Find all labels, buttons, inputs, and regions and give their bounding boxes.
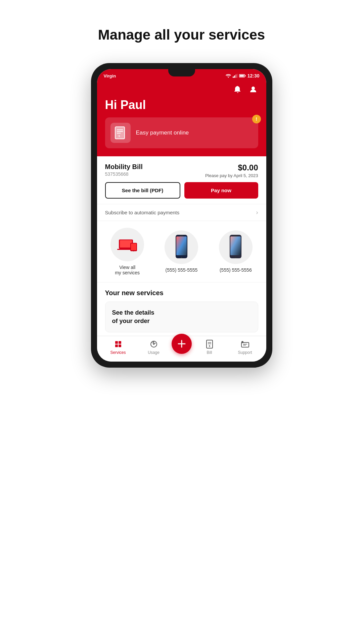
service-item-all[interactable]: View allmy services [110,228,144,275]
bill-title: Mobility Bill [105,163,143,171]
bill-buttons: See the bill (PDF) Pay now [105,182,258,199]
wifi-icon [226,74,231,78]
content-section: Mobility Bill 537535668 $0.00 Please pay… [97,156,266,336]
nav-usage-icon [149,339,158,349]
nav-bill[interactable]: $ Bill [192,339,227,355]
service-phone1-circle [165,230,198,264]
nav-usage[interactable]: Usage [136,339,172,355]
payment-banner-text: Easy payment online [136,129,189,136]
nav-services-label: Services [110,350,126,355]
nav-support-icon [240,339,250,349]
svg-rect-24 [180,235,183,236]
devices-icon [116,234,139,255]
notification-button[interactable] [233,85,243,95]
service-all-circle [110,228,144,261]
svg-rect-4 [237,74,237,78]
bill-section: Mobility Bill 537535668 $0.00 Please pay… [97,156,266,204]
nav-bill-icon: $ [205,339,214,349]
time-label: 12:30 [247,73,260,78]
nav-services-icon [114,339,123,349]
svg-point-20 [133,251,134,252]
svg-point-8 [252,87,255,90]
service-item-phone1[interactable]: (555) 555-5555 [165,230,198,273]
svg-rect-43 [241,342,249,347]
page-title: Manage all your services [98,27,265,43]
bill-info-row: Mobility Bill 537535668 $0.00 Please pay… [105,163,258,178]
svg-rect-16 [120,240,132,248]
svg-point-0 [228,77,229,78]
nav-bill-label: Bill [207,350,212,355]
service-phone2-label: (555) 555-5556 [220,267,252,273]
svg-rect-32 [115,344,118,347]
nav-services[interactable]: Services [100,339,136,355]
usage-nav-icon [150,340,158,348]
phone1-icon [172,233,191,262]
auto-payment-text: Subscribe to automatic payments [105,210,180,215]
service-phone2-circle [219,230,253,264]
order-card-title: See the detailsof your order [112,309,251,325]
bill-nav-icon: $ [206,340,213,348]
svg-rect-31 [115,341,118,344]
signal-icon [233,74,237,78]
notch [168,69,195,76]
svg-text:$: $ [118,135,120,138]
bill-number: 537535668 [105,171,143,177]
svg-rect-1 [233,76,234,78]
nav-usage-label: Usage [148,350,160,355]
svg-rect-29 [234,235,237,236]
profile-button[interactable] [248,85,258,95]
pay-now-button[interactable]: Pay now [184,182,258,199]
new-services-section: Your new services See the detailsof your… [97,282,266,336]
chevron-right-icon: › [256,209,258,216]
services-nav-icon [114,340,122,348]
see-bill-button[interactable]: See the bill (PDF) [105,182,180,199]
svg-text:$: $ [209,344,210,347]
service-phone1-label: (555) 555-5555 [166,267,198,273]
phone-mockup: Virgin [91,63,272,368]
nav-support[interactable]: Support [227,339,263,355]
payment-document-icon: $ [113,125,128,140]
battery-icon [239,74,246,78]
bell-icon [234,86,241,94]
svg-rect-47 [241,341,243,343]
support-nav-icon [241,340,249,348]
greeting-text: Hi Paul [105,98,258,112]
bottom-nav: Services Usage [97,336,266,362]
svg-rect-6 [245,75,245,76]
auto-payment-row[interactable]: Subscribe to automatic payments › [97,204,266,221]
svg-rect-28 [230,236,241,255]
carrier-label: Virgin [104,73,116,78]
header-section: Hi Paul $ Easy payment online ! [97,81,266,156]
payment-icon-wrap: $ [110,123,131,143]
svg-point-25 [181,257,182,258]
phone-screen: Virgin [97,69,266,362]
svg-rect-3 [235,74,236,78]
payment-badge: ! [252,115,261,123]
nav-add-button[interactable] [172,334,192,354]
phone2-icon [226,233,245,262]
header-icons [105,85,258,95]
services-section: View allmy services [97,221,266,282]
svg-rect-2 [234,75,235,78]
nav-support-label: Support [238,350,252,355]
profile-icon [249,86,257,94]
service-item-phone2[interactable]: (555) 555-5556 [219,230,253,273]
bill-amount: $0.00 [205,163,258,172]
add-icon [177,339,186,348]
bill-amount-right: $0.00 Please pay by April 5, 2023 [205,163,258,178]
svg-rect-7 [239,75,244,77]
payment-banner[interactable]: $ Easy payment online ! [105,117,258,148]
svg-rect-23 [176,236,187,255]
svg-rect-19 [131,244,136,250]
status-icons: 12:30 [226,73,260,78]
service-all-label: View allmy services [115,265,140,275]
order-card[interactable]: See the detailsof your order [105,302,258,332]
svg-point-30 [235,257,236,258]
svg-rect-34 [119,344,121,347]
svg-rect-33 [119,341,121,344]
bill-due: Please pay by April 5, 2023 [205,173,258,178]
bill-info-left: Mobility Bill 537535668 [105,163,143,177]
new-services-title: Your new services [105,289,258,297]
